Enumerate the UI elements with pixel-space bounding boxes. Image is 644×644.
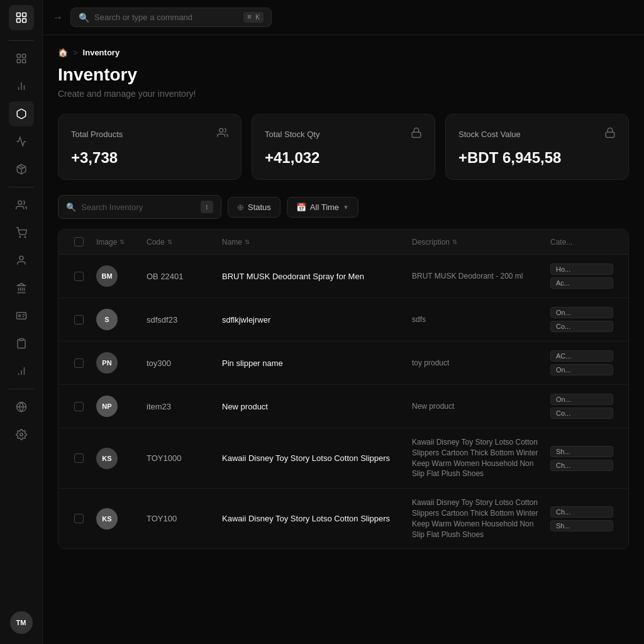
category-badge: AC...: [550, 350, 613, 362]
category-badge: Sh...: [550, 520, 613, 531]
row-description: Kawaii Disney Toy Story Lotso Cotton Sli…: [407, 428, 545, 488]
time-filter-button[interactable]: 📅 All Time ▼: [287, 197, 358, 218]
svg-rect-1: [22, 13, 26, 17]
svg-rect-0: [16, 13, 20, 17]
row-code: TOY1000: [142, 445, 217, 472]
row-avatar-cell: NP: [91, 387, 142, 426]
svg-rect-6: [17, 60, 20, 63]
sidebar-item-charts[interactable]: [9, 358, 34, 384]
row-avatar-cell: KS: [91, 499, 142, 538]
row-avatar-cell: S: [91, 300, 142, 339]
row-checkbox-1[interactable]: [74, 315, 84, 325]
row-checkbox-5[interactable]: [74, 514, 84, 523]
sidebar-item-inventory[interactable]: [9, 101, 34, 126]
svg-point-15: [25, 236, 26, 238]
total-stock-icon: [411, 127, 422, 142]
sidebar-item-cart[interactable]: [9, 220, 34, 245]
th-select-all[interactable]: [66, 230, 91, 254]
row-categories: AC...On...: [545, 341, 621, 384]
svg-rect-27: [19, 339, 23, 341]
row-checkbox-4[interactable]: [74, 453, 84, 463]
svg-point-33: [19, 433, 23, 436]
inventory-table: Image ⇅ Code ⇅ Name ⇅ Description ⇅ Cate…: [58, 229, 629, 549]
table-row[interactable]: BM OB 22401 BRUT MUSK Deodorant Spray fo…: [58, 255, 628, 298]
table-row[interactable]: KS TOY100 Kawaii Disney Toy Story Lotso …: [58, 489, 628, 548]
table-row[interactable]: PN toy300 Pin slipper name toy product A…: [58, 341, 628, 385]
category-badge: On...: [550, 307, 613, 318]
row-checkbox-cell[interactable]: [66, 350, 91, 377]
row-avatar-cell: KS: [91, 439, 142, 478]
stat-total-products-label: Total Products: [71, 130, 123, 139]
table-header: Image ⇅ Code ⇅ Name ⇅ Description ⇅ Cate…: [58, 230, 628, 255]
row-checkbox-cell[interactable]: [66, 445, 91, 472]
sidebar-item-idcard[interactable]: [9, 303, 34, 328]
sidebar: TM: [0, 0, 43, 644]
category-badge: Ho...: [550, 264, 613, 275]
category-badge: Ch...: [550, 460, 613, 471]
status-filter-label: Status: [248, 203, 271, 212]
sidebar-item-packages[interactable]: [9, 157, 34, 182]
row-checkbox-cell[interactable]: [66, 393, 91, 420]
breadcrumb-current: Inventory: [83, 48, 120, 57]
row-checkbox-3[interactable]: [74, 402, 84, 411]
sidebar-divider-3: [9, 389, 34, 389]
sidebar-logo[interactable]: [9, 5, 34, 30]
svg-point-14: [19, 236, 21, 238]
row-description: New product: [407, 392, 545, 421]
th-image[interactable]: Image ⇅: [91, 230, 142, 254]
product-avatar: NP: [96, 396, 118, 417]
user-avatar[interactable]: TM: [10, 611, 33, 634]
stat-total-products-value: +3,738: [71, 149, 228, 167]
breadcrumb-separator: >: [73, 48, 78, 57]
row-checkbox-cell[interactable]: [66, 505, 91, 532]
row-checkbox-0[interactable]: [74, 272, 84, 281]
sidebar-item-analytics[interactable]: [9, 74, 34, 99]
row-checkbox-2[interactable]: [74, 358, 84, 368]
sidebar-divider-1: [9, 40, 34, 41]
command-search[interactable]: 🔍 Search or type a command ⌘ K: [70, 8, 272, 27]
stat-stock-cost-value: +BDT 6,945,58: [458, 149, 616, 167]
sidebar-item-people[interactable]: [9, 248, 34, 273]
time-filter-chevron: ▼: [343, 204, 349, 211]
svg-rect-5: [22, 54, 25, 57]
th-code[interactable]: Code ⇅: [142, 230, 217, 254]
sidebar-item-bank[interactable]: [9, 275, 34, 301]
th-name[interactable]: Name ⇅: [217, 230, 407, 254]
image-sort-icon: ⇅: [119, 238, 125, 245]
svg-line-11: [19, 165, 23, 168]
sidebar-item-globe[interactable]: [9, 394, 34, 419]
filter-search-placeholder: Search Inventory: [81, 203, 196, 212]
page-title: Inventory: [58, 65, 629, 85]
search-icon: 🔍: [79, 13, 89, 23]
row-code: OB 22401: [142, 263, 217, 290]
row-checkbox-cell[interactable]: [66, 306, 91, 333]
row-description: sdfs: [407, 306, 545, 334]
status-filter-button[interactable]: ⊕ Status: [228, 197, 280, 218]
table-row[interactable]: NP item23 New product New product On...C…: [58, 385, 628, 428]
status-filter-icon: ⊕: [237, 203, 244, 212]
breadcrumb-home[interactable]: 🏠: [58, 48, 68, 57]
sidebar-item-contacts[interactable]: [9, 192, 34, 218]
sidebar-item-clipboard[interactable]: [9, 331, 34, 356]
category-badge: Sh...: [550, 446, 613, 457]
nav-arrow[interactable]: →: [53, 12, 63, 23]
th-description[interactable]: Description ⇅: [407, 230, 545, 254]
table-row[interactable]: S sdfsdf23 sdflkjwlejrwer sdfs On...Co..…: [58, 298, 628, 341]
sidebar-item-activity[interactable]: [9, 129, 34, 154]
inventory-search[interactable]: 🔍 Search Inventory t: [58, 195, 221, 219]
row-checkbox-cell[interactable]: [66, 263, 91, 290]
select-all-checkbox[interactable]: [74, 237, 84, 247]
sidebar-item-settings[interactable]: [9, 422, 34, 447]
filter-row: 🔍 Search Inventory t ⊕ Status 📅 All Time…: [58, 195, 629, 219]
stat-total-products: Total Products +3,738: [58, 114, 242, 180]
sidebar-item-dashboard[interactable]: [9, 46, 34, 71]
row-categories: On...Co...: [545, 298, 621, 341]
svg-rect-2: [16, 19, 20, 23]
th-category: Cate...: [545, 230, 621, 254]
row-name: Kawaii Disney Toy Story Lotso Cotton Sli…: [217, 505, 407, 532]
svg-point-13: [18, 201, 21, 204]
row-name: New product: [217, 393, 407, 420]
code-sort-icon: ⇅: [167, 238, 172, 245]
table-row[interactable]: KS TOY1000 Kawaii Disney Toy Story Lotso…: [58, 428, 628, 489]
row-code: toy300: [142, 350, 217, 377]
